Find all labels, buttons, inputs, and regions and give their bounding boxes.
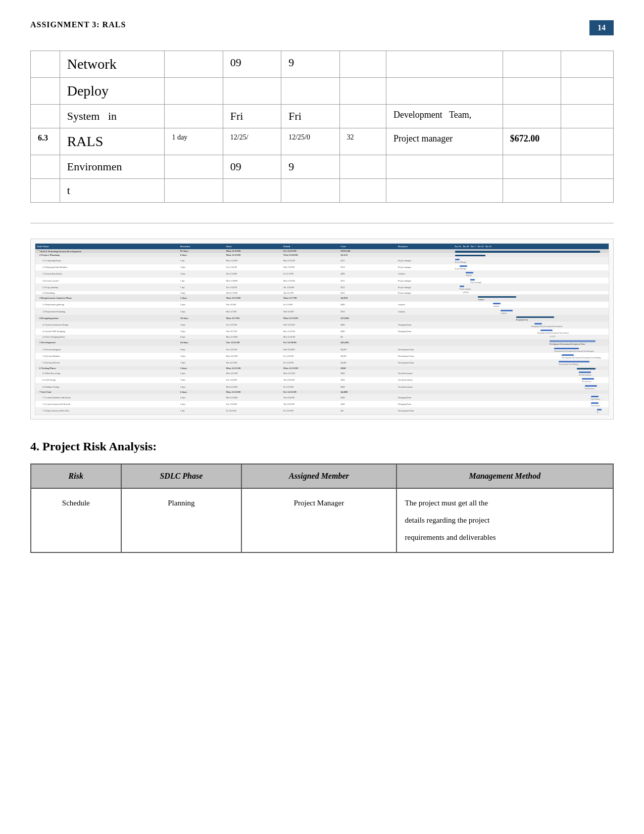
page-header: ASSIGNMENT 3: RALS 14 [30, 20, 614, 35]
env-start-val: 09 [230, 160, 274, 173]
table-row: Environmen 09 9 [31, 155, 614, 179]
gantt-row-21: 2.1 Contracting Project 1 day Mon 11/23/… [35, 257, 609, 264]
gantt-task-61: 6.1 Black Box testing [35, 372, 179, 375]
gantt-end-72: Thu 12/24/09 [282, 402, 339, 406]
gantt-dur-52: 3 days [179, 354, 225, 358]
gantt-cost-25: $552 [339, 286, 397, 289]
risk-table: Risk SDLC Phase Assigned Member Manageme… [30, 464, 614, 553]
gantt-bar-21: Project Manager [454, 257, 609, 264]
gantt-col-dur-header: Duration [179, 245, 225, 248]
gantt-bar-planning [454, 253, 609, 257]
gantt-bar-31: Analysis [454, 301, 609, 308]
gantt-end-23: Fri 11/27/09 [282, 272, 339, 275]
gantt-end-24: Mon 11/30/09 [282, 279, 339, 283]
gantt-start-45: Mon 12/14/09 [225, 335, 282, 339]
gantt-start-22: Tue 11/24/09 [225, 265, 282, 269]
gantt-res-32: Analysis [397, 310, 454, 313]
table-row: Network 09 9 [31, 51, 614, 78]
gantt-start-62: Tue 12/22/09 [225, 378, 282, 382]
gantt-dur-32: 3 days [179, 310, 225, 313]
gantt-dur-25: 1 day [179, 286, 225, 289]
gantt-row-root: 📋 RALS Ticketing System Development 95 d… [35, 249, 609, 254]
gantt-start-exit: Mon 11/23/09 [225, 390, 282, 394]
gantt-cost-26: $252 [339, 291, 397, 295]
gantt-dur-21: 1 day [179, 259, 225, 262]
gantt-res-design [397, 317, 454, 318]
gantt-res-test [397, 367, 454, 368]
t-start [223, 179, 281, 203]
gantt-row-23: 2.3 System Req Identify 2 days Thu 11/26… [35, 271, 609, 277]
gantt-bar-32: Analysis [454, 308, 609, 315]
risk-value: Schedule [31, 488, 121, 552]
gantt-task-72: 7.2 Connect System with Network [35, 402, 179, 406]
gantt-cost-req: $4,950 [339, 296, 397, 300]
gantt-chart: Task Name Duration Start Finish Cost Res… [35, 243, 609, 415]
gantt-end-53: Fri 12/25/09 [282, 361, 339, 364]
top-table-section: Network 09 9 Deploy [30, 51, 614, 203]
cost-val: $672.00 [510, 133, 554, 144]
deploy-duration [165, 78, 223, 105]
t-duration [165, 179, 223, 203]
gantt-row-53: 5.3 Develop Network 7 days Thu 12/17/09 … [35, 360, 609, 366]
duration-cell [165, 51, 223, 78]
gantt-task-exit: 7 Exit Unit [35, 390, 179, 394]
rals-text: RALS [67, 133, 158, 150]
task-env-label: Environmen [60, 155, 165, 179]
gantt-res-exit [397, 392, 454, 393]
gantt-bar-22: Project Manager [454, 264, 609, 270]
gantt-res-41: Designing Team [397, 323, 454, 327]
gantt-start-design: Mon 12/7/09 [225, 316, 282, 320]
row-id [31, 155, 60, 179]
gantt-task-63: 6.3 Database Testing [35, 385, 179, 389]
gantt-bar-test [454, 366, 609, 370]
gantt-start-test: Mon 12/21/09 [225, 366, 282, 370]
gantt-dur-51: 6 days [179, 348, 225, 351]
env-cost [503, 155, 561, 179]
gantt-cost-73: $41 [339, 409, 397, 412]
system-start: Fri [223, 105, 281, 128]
gantt-end-51: Wed 12/28/09 [282, 348, 339, 351]
gantt-res-53: Development Team [397, 361, 454, 364]
rals-end: 12/25/0 [281, 128, 339, 155]
assignment-title: ASSIGNMENT 3: RALS [30, 20, 126, 29]
gantt-section: Task Name Duration Start Finish Cost Res… [30, 239, 614, 420]
cost-cell [503, 51, 561, 78]
gantt-res-23: Analysis [397, 272, 454, 275]
member-col-label: Assigned Member [289, 472, 349, 480]
deploy-text: Deploy [67, 83, 158, 99]
deploy-start [223, 78, 281, 105]
gantt-bar-design: Designing Team [454, 315, 609, 321]
gantt-dur-26: 2 days [179, 291, 225, 295]
system-end-val: Fri [288, 110, 332, 123]
gantt-start-53: Thu 12/17/09 [225, 361, 282, 364]
system-end: Fri [281, 105, 339, 128]
task-deploy-label: Deploy [60, 78, 165, 105]
gantt-col-bar-header: Nov 23 Nov 30 Dec 7 Dec 14 Dec 21 [454, 245, 609, 248]
gantt-start-planning: Mon 11/23/09 [225, 253, 282, 257]
risk-section: 4. Project Risk Analysis: Risk SDLC Phas… [30, 440, 614, 553]
divider-1 [30, 223, 614, 223]
gantt-end-design: Mon 12/21/09 [282, 316, 339, 320]
env-end: 9 [281, 155, 339, 179]
gantt-end-planning: Wed 12/02/09 [282, 253, 339, 257]
gantt-dur-63: 3 days [179, 385, 225, 389]
gantt-row-32: 3.2 Requirement Evaluating 3 days Mon 12… [35, 308, 609, 315]
rals-start: 12/25/ [223, 128, 281, 155]
gantt-bar-72: Train Advan... [454, 401, 609, 407]
gantt-bar-25: Project manager [454, 284, 609, 291]
gantt-res-71: Designing Team [397, 396, 454, 399]
gantt-cost-52: $2,000 [339, 354, 397, 358]
task-rals-label: RALS [60, 128, 165, 155]
gantt-dur-72: 2 days [179, 402, 225, 406]
gantt-cost-32: $750 [339, 310, 397, 313]
gantt-cost-24: $552 [339, 279, 397, 283]
gantt-bar-61: Test Environment [454, 370, 609, 377]
gantt-start-42: Thu 12/17/09 [225, 330, 282, 333]
gantt-bar-dev: Development Environment,Development Team [454, 339, 609, 346]
gantt-cost-41: $480 [339, 323, 397, 327]
gantt-task-design: 4 Designing phase [35, 316, 179, 320]
gantt-dur-24: 1 day [179, 279, 225, 283]
env-extra [561, 155, 614, 179]
task-system-label: System in [60, 105, 165, 128]
gantt-row-62: 6.2 Unit Testing 3 days Tue 12/22/09 Thu… [35, 377, 609, 384]
